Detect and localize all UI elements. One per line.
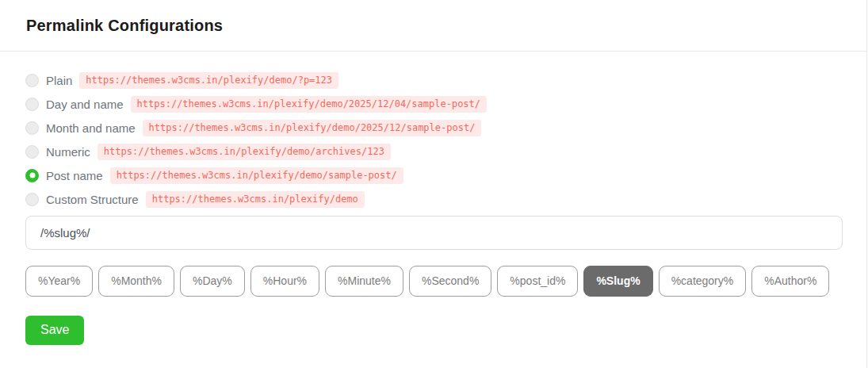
permalink-option-url: https://themes.w3cms.in/plexify/demo/202…: [143, 120, 482, 136]
structure-tag-button[interactable]: %Hour%: [250, 266, 319, 297]
permalink-option-label[interactable]: Day and name: [46, 98, 124, 111]
structure-tag-button[interactable]: %post_id%: [497, 266, 578, 297]
radio-icon[interactable]: [25, 121, 39, 135]
card-header: Permalink Configurations: [0, 0, 866, 52]
permalink-option-label[interactable]: Post name: [46, 169, 103, 182]
radio-icon[interactable]: [25, 98, 39, 111]
permalink-option-url: https://themes.w3cms.in/plexify/demo/?p=…: [79, 72, 338, 89]
structure-tag-button[interactable]: %Day%: [180, 266, 245, 297]
permalink-option-url: https://themes.w3cms.in/plexify/demo: [146, 191, 365, 208]
structure-tag-button[interactable]: %Minute%: [325, 266, 403, 297]
permalink-options-list: Plain https://themes.w3cms.in/plexify/de…: [25, 73, 841, 206]
structure-tag-button[interactable]: %Author%: [751, 266, 829, 297]
permalink-option-label[interactable]: Month and name: [46, 121, 136, 135]
permalink-option-url: https://themes.w3cms.in/plexify/demo/202…: [131, 96, 487, 113]
radio-icon[interactable]: [25, 74, 39, 87]
permalink-option-row[interactable]: Numeric https://themes.w3cms.in/plexify/…: [25, 144, 841, 159]
permalink-option-row[interactable]: Plain https://themes.w3cms.in/plexify/de…: [25, 73, 841, 87]
permalink-settings-card: Permalink Configurations Plain https://t…: [0, 0, 867, 368]
structure-tag-button[interactable]: %Month%: [98, 266, 174, 297]
structure-tag-button[interactable]: %Year%: [25, 266, 93, 297]
permalink-option-url: https://themes.w3cms.in/plexify/demo/sam…: [110, 167, 403, 184]
permalink-option-label[interactable]: Custom Structure: [46, 193, 139, 206]
card-body: Plain https://themes.w3cms.in/plexify/de…: [0, 52, 866, 345]
structure-tag-button[interactable]: %Second%: [409, 266, 491, 297]
permalink-option-row[interactable]: Custom Structure https://themes.w3cms.in…: [25, 192, 841, 206]
permalink-option-row[interactable]: Month and name https://themes.w3cms.in/p…: [25, 121, 841, 135]
permalink-option-row[interactable]: Day and name https://themes.w3cms.in/ple…: [25, 97, 841, 111]
permalink-option-url: https://themes.w3cms.in/plexify/demo/arc…: [98, 144, 391, 160]
radio-icon[interactable]: [25, 169, 39, 182]
structure-tags-row: %Year% %Month% %Day% %Hour% %Minute% %Se…: [25, 266, 841, 297]
structure-tag-button[interactable]: %category%: [659, 266, 747, 297]
permalink-option-label[interactable]: Numeric: [46, 145, 90, 159]
page-title: Permalink Configurations: [26, 17, 840, 35]
permalink-option-label[interactable]: Plain: [46, 74, 72, 87]
radio-icon[interactable]: [25, 193, 39, 206]
radio-icon[interactable]: [25, 145, 39, 159]
save-button[interactable]: Save: [25, 316, 84, 345]
structure-tag-button[interactable]: %Slug%: [583, 266, 652, 297]
custom-structure-input[interactable]: [25, 216, 843, 250]
permalink-option-row[interactable]: Post name https://themes.w3cms.in/plexif…: [25, 168, 841, 182]
